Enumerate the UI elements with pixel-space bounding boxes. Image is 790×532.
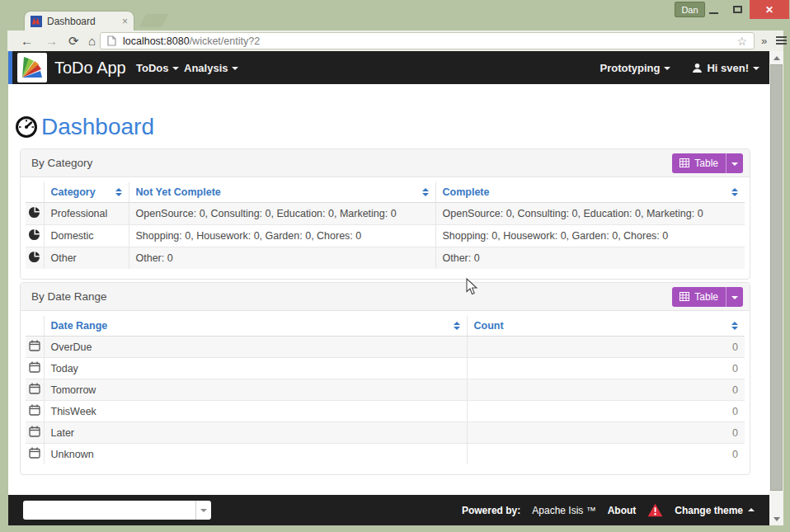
browser-window: Dashboard × Dan ✕ ← → ⟳ ⌂ localhost:8080…: [0, 0, 790, 532]
scrollbar[interactable]: [769, 51, 783, 525]
scroll-down-arrow[interactable]: [769, 512, 783, 525]
menu-analysis[interactable]: Analysis: [184, 51, 238, 84]
menu-todos[interactable]: ToDos: [136, 51, 179, 84]
select-dropdown[interactable]: [195, 501, 211, 520]
header-icon-col: [26, 182, 44, 203]
close-button[interactable]: ✕: [750, 0, 789, 19]
sort-icon: [731, 322, 738, 330]
dashboard-clock-icon: [15, 115, 38, 139]
sort-icon: [115, 188, 122, 196]
by-date-range-header: By Date Range Table: [21, 283, 750, 311]
table-row[interactable]: Unknown 0: [26, 444, 745, 465]
by-category-header: By Category Table: [21, 149, 750, 177]
home-icon[interactable]: ⌂: [88, 31, 96, 50]
back-icon[interactable]: ←: [21, 31, 33, 50]
table-row[interactable]: OverDue 0: [26, 337, 745, 358]
page-icon: [107, 35, 116, 46]
tab-title: Dashboard: [47, 16, 122, 27]
table-view-dropdown[interactable]: [726, 287, 743, 307]
url-bar[interactable]: localhost:8080 /wicket/entity?2 ☆: [100, 32, 755, 49]
bookmark-star-icon[interactable]: ☆: [736, 35, 747, 48]
caret-up-icon: [748, 508, 755, 511]
app-logo[interactable]: [17, 53, 47, 82]
caret-down-icon: [753, 67, 759, 70]
by-date-range-body: Date Range Count OverDue: [21, 311, 750, 474]
brand-title[interactable]: ToDo App: [54, 51, 126, 84]
calendar-icon: [29, 426, 40, 437]
minimize-button[interactable]: [702, 0, 726, 19]
table-row[interactable]: Professional OpenSource: 0, Consulting: …: [26, 203, 745, 225]
powered-by-label: Powered by:: [462, 505, 520, 516]
calendar-icon: [29, 361, 40, 373]
table-view-dropdown[interactable]: [726, 153, 743, 173]
header-not-yet-complete[interactable]: Not Yet Complete: [129, 182, 435, 203]
scrollbar-thumb[interactable]: [770, 64, 783, 491]
new-tab-button[interactable]: [139, 14, 169, 27]
maximize-icon: [733, 6, 742, 13]
sort-icon: [731, 188, 738, 196]
caret-down-icon: [664, 67, 670, 70]
maximize-button[interactable]: [726, 0, 750, 19]
reload-icon[interactable]: ⟳: [68, 31, 79, 50]
table-row[interactable]: Today 0: [26, 358, 745, 379]
caret-down-icon: [731, 296, 738, 299]
menu-user[interactable]: Hi sven!: [692, 51, 759, 84]
app-navbar: ToDo App ToDos Analysis Prototyping: [8, 51, 769, 84]
minimize-icon: [709, 12, 718, 14]
apache-isis-link[interactable]: Apache Isis ™: [532, 505, 595, 516]
by-category-panel: By Category Table: [20, 148, 750, 280]
sort-icon: [454, 322, 460, 330]
panel-title: By Date Range: [31, 290, 107, 303]
caret-down-icon: [200, 509, 207, 512]
header-count[interactable]: Count: [467, 316, 745, 337]
profile-button[interactable]: Dan: [675, 2, 705, 17]
header-icon-col: [26, 316, 44, 337]
app-footer: Powered by: Apache Isis ™ About Change t…: [8, 495, 769, 525]
table-grid-icon: [679, 158, 689, 167]
scroll-up-arrow[interactable]: [769, 51, 783, 64]
menu-prototyping[interactable]: Prototyping: [600, 51, 670, 84]
table-row[interactable]: Domestic Shopping: 0, Housework: 0, Gard…: [26, 225, 745, 247]
brand-accent-strip: [8, 51, 12, 84]
table-row[interactable]: Other Other: 0 Other: 0: [26, 247, 745, 270]
page-viewport: ToDo App ToDos Analysis Prototyping: [8, 51, 769, 525]
pie-chart-icon: [28, 251, 40, 263]
category-table: Category Not Yet Complete Complete: [26, 182, 745, 269]
browser-toolbar: ← → ⟳ ⌂ localhost:8080 /wicket/entity?2 …: [7, 31, 783, 51]
page-title: Dashboard: [15, 114, 154, 140]
caret-down-icon: [232, 67, 238, 70]
change-theme-button[interactable]: Change theme: [675, 505, 755, 516]
table-row[interactable]: Later 0: [26, 422, 745, 444]
user-icon: [692, 63, 703, 73]
header-date-range[interactable]: Date Range: [44, 316, 467, 337]
table-row[interactable]: Tomorrow 0: [26, 379, 745, 401]
isis-fan-icon: [20, 55, 45, 80]
mouse-cursor: [466, 278, 478, 295]
header-complete[interactable]: Complete: [435, 182, 745, 203]
theme-select[interactable]: [23, 501, 211, 520]
table-view-button[interactable]: Table: [672, 287, 743, 307]
forward-icon[interactable]: →: [45, 31, 58, 50]
url-path: /wicket/entity?2: [190, 35, 260, 47]
pie-chart-icon: [28, 228, 40, 241]
about-link[interactable]: About: [608, 505, 637, 516]
overflow-bookmarks-icon[interactable]: »: [761, 32, 767, 49]
by-category-body: Category Not Yet Complete Complete: [21, 177, 750, 279]
url-host: localhost:8080: [123, 35, 190, 47]
table-row[interactable]: ThisWeek 0: [26, 401, 745, 422]
calendar-icon: [29, 447, 40, 459]
calendar-icon: [29, 404, 40, 416]
by-date-range-panel: By Date Range Table: [20, 282, 750, 475]
table-grid-icon: [679, 292, 689, 301]
panel-title: By Category: [31, 157, 92, 169]
header-category[interactable]: Category: [44, 182, 129, 203]
calendar-icon: [29, 383, 40, 394]
chrome-menu-icon[interactable]: [776, 36, 787, 46]
table-view-button[interactable]: Table: [672, 153, 743, 173]
sort-icon: [422, 188, 429, 196]
browser-tab[interactable]: Dashboard ×: [25, 12, 134, 31]
caret-down-icon: [731, 162, 738, 166]
tab-close-icon[interactable]: ×: [122, 16, 128, 26]
warning-triangle-icon: [647, 503, 663, 517]
caret-down-icon: [172, 67, 179, 70]
